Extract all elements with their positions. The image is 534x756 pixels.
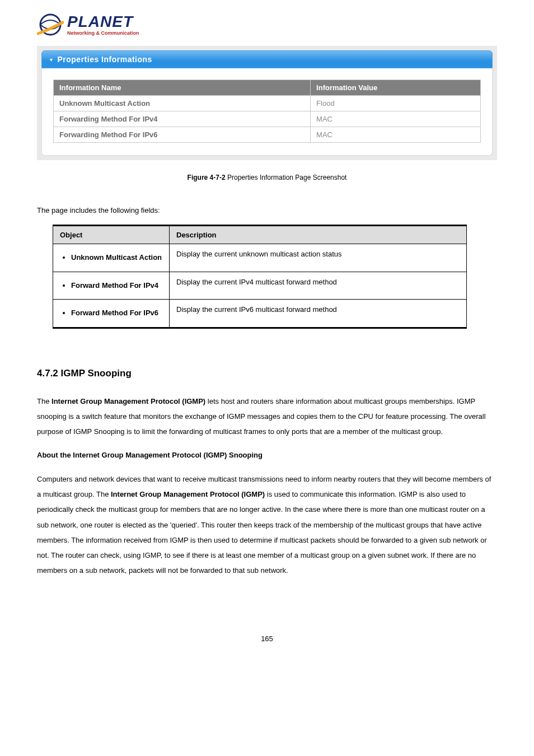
figure-label: Figure 4-7-2 [188,174,226,181]
info-header-name: Information Name [54,80,311,96]
table-row: Forward Method For IPv4 Display the curr… [53,272,467,300]
page-number: 165 [37,634,497,643]
fields-table: Object Description Unknown Multicast Act… [53,225,467,329]
info-value: MAC [311,111,481,127]
info-header-value: Information Value [311,80,481,96]
section-heading: 4.7.2 IGMP Snooping [37,368,497,379]
panel-header: ▾ Properties Informations [41,50,493,68]
table-row: Forwarding Method For IPv4 MAC [54,111,481,127]
info-name: Unknown Multicast Action [54,96,311,111]
brand-logo: PLANET Networking & Communication [37,11,497,38]
fields-header-description: Description [170,226,467,244]
field-description: Display the current IPv6 multicast forwa… [170,300,467,328]
section-paragraph-1: The Internet Group Management Protocol (… [37,394,497,440]
panel-title: Properties Informations [57,55,152,64]
field-object: Forward Method For IPv4 [71,278,162,294]
table-row: Forward Method For IPv6 Display the curr… [53,300,467,328]
info-name: Forwarding Method For IPv4 [54,111,311,127]
chevron-down-icon: ▾ [50,57,53,63]
text-bold: Internet Group Management Protocol (IGMP… [111,490,265,498]
table-row: Unknown Multicast Action Display the cur… [53,244,467,272]
properties-info-table: Information Name Information Value Unkno… [53,80,481,143]
field-description: Display the current IPv4 multicast forwa… [170,272,467,300]
field-object: Unknown Multicast Action [71,250,162,266]
field-description: Display the current unknown multicast ac… [170,244,467,272]
section-subheading: About the Internet Group Management Prot… [37,451,497,459]
brand-name: PLANET [67,14,139,30]
info-value: MAC [311,127,481,143]
figure-caption: Figure 4-7-2 Properties Information Page… [37,174,497,181]
table-row: Unknown Multicast Action Flood [54,96,481,111]
text-bold: Internet Group Management Protocol (IGMP… [51,397,205,405]
section-paragraph-2: Computers and network devices that want … [37,472,497,578]
properties-panel-screenshot: ▾ Properties Informations Information Na… [37,46,497,160]
text-fragment: is used to communicate this information.… [37,490,487,575]
fields-intro-text: The page includes the following fields: [37,206,497,214]
field-object: Forward Method For IPv6 [71,305,162,321]
text-fragment: The [37,397,51,405]
table-row: Forwarding Method For IPv6 MAC [54,127,481,143]
info-value: Flood [311,96,481,111]
fields-header-object: Object [53,226,170,244]
info-name: Forwarding Method For IPv6 [54,127,311,143]
logo-globe-icon [37,11,64,38]
brand-tagline: Networking & Communication [67,31,139,36]
figure-caption-text: Properties Information Page Screenshot [227,174,346,181]
